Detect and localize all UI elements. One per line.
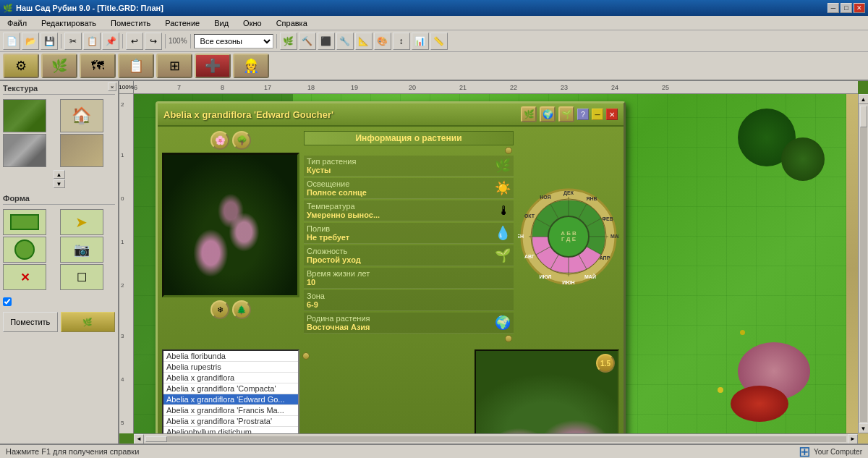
maximize-button[interactable]: □: [841, 3, 852, 13]
shape-item-circle[interactable]: [3, 237, 46, 263]
info-value-temp: Умеренно вынос...: [307, 211, 393, 219]
tb-btn-11[interactable]: 🎨: [374, 33, 391, 50]
plant-item-0[interactable]: Abelia floribunda: [163, 351, 298, 362]
svg-text:АВГ: АВГ: [524, 254, 535, 259]
photo-icon-tree[interactable]: 🌳: [232, 131, 251, 150]
new-button[interactable]: 📄: [3, 33, 20, 50]
photo-icon-tree2[interactable]: 🌲: [232, 300, 251, 319]
plant-item-1[interactable]: Abelia rupestris: [163, 362, 298, 373]
checkbox-1[interactable]: [3, 297, 12, 306]
dialog-icon-plant[interactable]: 🌿: [521, 106, 537, 122]
h-scroll-right[interactable]: ►: [848, 434, 858, 444]
menu-file[interactable]: Файл: [3, 18, 31, 28]
dialog-icon-globe[interactable]: 🌍: [540, 106, 556, 122]
tb-btn-7[interactable]: 🔨: [299, 33, 316, 50]
photo-icon-snowflake[interactable]: ❄: [210, 300, 229, 319]
svg-text:АПР: АПР: [600, 255, 610, 260]
undo-button[interactable]: ↩: [126, 33, 143, 50]
shape-item-rect[interactable]: [3, 209, 46, 235]
garden-area[interactable]: 100% 6 7 8 17 18 19 20 21 22 23 24 25 2 …: [119, 81, 868, 444]
svg-text:МАЙ: МАЙ: [584, 273, 596, 279]
cut-button[interactable]: ✂: [64, 33, 82, 50]
tab-grid[interactable]: ⊞: [156, 54, 192, 78]
shape-item-x[interactable]: ✕: [3, 264, 46, 290]
svg-text:ИЮН: ИЮН: [562, 280, 574, 285]
v-scroll-down[interactable]: ▼: [859, 423, 869, 433]
shape-item-arrow[interactable]: ➤: [60, 209, 103, 235]
tb-btn-10[interactable]: 📐: [355, 33, 373, 50]
tb-btn-14[interactable]: 📏: [430, 33, 448, 50]
place-button[interactable]: Поместить: [3, 312, 58, 332]
minimize-button[interactable]: ─: [827, 3, 839, 13]
texture-item-1[interactable]: [3, 99, 46, 132]
info-value-zone: 6-9: [307, 300, 393, 309]
panel-close-button[interactable]: ×: [108, 82, 116, 91]
dialog-close-button[interactable]: ✕: [606, 109, 618, 120]
scroll-bottom-dot[interactable]: [505, 335, 512, 342]
open-button[interactable]: 📂: [22, 33, 39, 50]
info-row-type: Тип растения Кусты 🌿: [304, 156, 514, 177]
panel-action-button[interactable]: 🌿: [61, 312, 116, 332]
info-label-light: Освещение: [307, 179, 393, 188]
season-select[interactable]: Все сезоны Весна Лето Осень Зима: [194, 34, 273, 48]
info-value-light: Полное солнце: [307, 188, 393, 197]
save-button[interactable]: 💾: [41, 33, 58, 50]
plant-item-5[interactable]: Abelia x grandiflora 'Francis Ma...: [163, 405, 298, 416]
photo-icon-flower[interactable]: 🌸: [210, 131, 229, 150]
plant-item-4[interactable]: Abelia x grandiflora 'Edward Go...: [163, 394, 298, 405]
scroll-top-dot[interactable]: [505, 147, 512, 154]
texture-item-2[interactable]: 🏠: [60, 99, 103, 132]
info-row-origin: Родина растения Восточная Азия 🌍: [304, 313, 514, 334]
texture-item-3[interactable]: [3, 134, 46, 167]
tb-btn-9[interactable]: 🔧: [336, 33, 354, 50]
list-scroll-up-dot[interactable]: [302, 352, 310, 360]
ruler-num-25: 25: [662, 84, 669, 91]
h-scroll-thumb[interactable]: [145, 436, 167, 442]
redo-button[interactable]: ↪: [145, 33, 162, 50]
photo-bottom-icons: ❄ 🌲: [210, 300, 251, 319]
menu-view[interactable]: Вид: [210, 18, 233, 28]
dialog-help-button[interactable]: ?: [577, 109, 589, 120]
tab-note[interactable]: 📋: [118, 54, 154, 78]
menu-window[interactable]: Окно: [239, 18, 266, 28]
tb-btn-13[interactable]: 📊: [412, 33, 429, 50]
texture-scroll-up[interactable]: ▲: [54, 170, 65, 179]
shape-item-select[interactable]: ☐: [60, 264, 103, 290]
tb-btn-8[interactable]: ⬛: [318, 33, 335, 50]
paste-button[interactable]: 📌: [102, 33, 119, 50]
shape-circle-icon: [14, 239, 35, 260]
flower-y5: [740, 330, 745, 335]
garden-canvas[interactable]: Abelia x grandiflora 'Edward Goucher' 🌿 …: [134, 94, 868, 444]
close-window-button[interactable]: ✕: [854, 3, 865, 13]
copy-button[interactable]: 📋: [83, 33, 101, 50]
shape-item-camera[interactable]: 📷: [60, 237, 103, 263]
menu-plant[interactable]: Растение: [161, 18, 204, 28]
v-scroll-thumb[interactable]: [860, 106, 867, 127]
tab-map[interactable]: 🗺: [80, 54, 116, 78]
tab-person[interactable]: 👷: [233, 54, 269, 78]
tb-btn-6[interactable]: 🌿: [280, 33, 297, 50]
menu-help[interactable]: Справка: [272, 18, 312, 28]
h-scroll-track[interactable]: [145, 436, 846, 442]
v-scroll-up[interactable]: ▲: [859, 94, 869, 104]
info-value-complexity: Простой уход: [307, 255, 393, 264]
v-scroll-track[interactable]: [860, 106, 867, 422]
plant-item-6[interactable]: Abelia x grandiflora 'Prostrata': [163, 416, 298, 427]
plant-item-3[interactable]: Abelia x grandiflora 'Compacta': [163, 383, 298, 394]
dialog-icon-leaf[interactable]: 🌱: [558, 106, 574, 122]
bloom-wheel-svg: ДЕК ЯНВ ФЕВ МАР АПР МАЙ ИЮН ИЮЛ АВГ СЕН: [518, 186, 619, 287]
tb-btn-12[interactable]: ↕: [393, 33, 410, 50]
h-scroll-left[interactable]: ◄: [134, 434, 144, 444]
texture-scroll-down[interactable]: ▼: [54, 179, 65, 188]
tab-health[interactable]: ➕: [195, 54, 231, 78]
zoom-display: 100%: [169, 37, 187, 45]
menu-place[interactable]: Поместить: [106, 18, 155, 28]
info-origin-content: Родина растения Восточная Азия: [307, 314, 393, 331]
plant-item-2[interactable]: Abelia x grandiflora: [163, 373, 298, 383]
dialog-minimize-button[interactable]: ─: [592, 109, 603, 120]
texture-item-4[interactable]: [60, 134, 103, 167]
menu-edit[interactable]: Редактировать: [37, 18, 101, 28]
plant-list[interactable]: Abelia floribunda Abelia rupestris Abeli…: [162, 349, 299, 444]
tab-plant[interactable]: 🌿: [41, 54, 77, 78]
tab-settings[interactable]: ⚙: [3, 54, 39, 78]
